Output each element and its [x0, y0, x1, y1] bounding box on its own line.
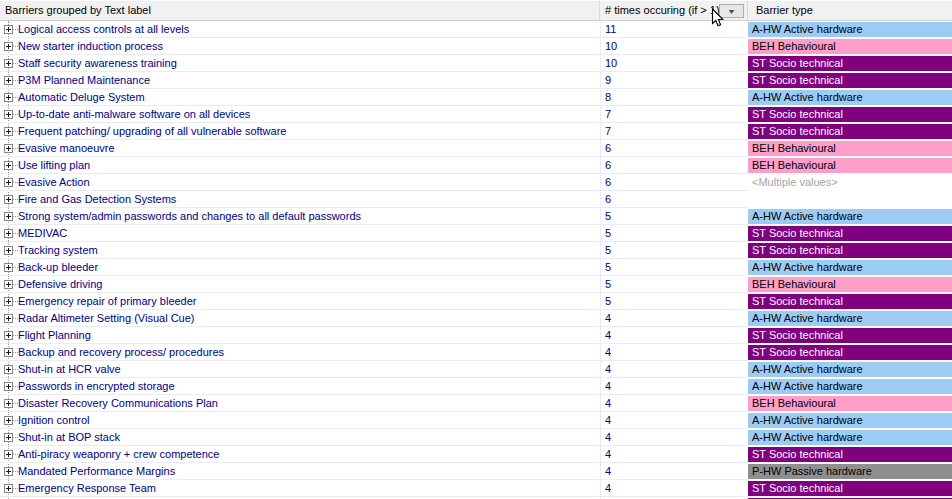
table-row[interactable]: Tracking system 5 ST Socio technical — [0, 242, 952, 259]
column-header-barriers[interactable]: Barriers grouped by Text label — [0, 1, 600, 20]
table-row[interactable]: Emergency Response Team 4 ST Socio techn… — [0, 480, 952, 497]
barrier-type-badge: A-HW Active hardware — [748, 311, 952, 326]
barrier-type-badge: ST Socio technical — [748, 73, 952, 88]
expand-plus-icon[interactable] — [4, 25, 13, 34]
table-row[interactable]: Backup and recovery process/ procedures … — [0, 344, 952, 361]
table-row[interactable]: Radar Altimeter Setting (Visual Cue) 4 A… — [0, 310, 952, 327]
expand-plus-icon[interactable] — [4, 178, 13, 187]
table-row[interactable]: Use lifting plan 6 BEH Behavioural — [0, 157, 952, 174]
expand-plus-icon[interactable] — [4, 195, 13, 204]
barrier-type-badge: BEH Behavioural — [748, 277, 952, 292]
table-row[interactable]: Fire and Gas Detection Systems 6 — [0, 191, 952, 208]
expand-plus-icon[interactable] — [4, 399, 13, 408]
table-row[interactable]: Staff security awareness training 10 ST … — [0, 55, 952, 72]
expand-plus-icon[interactable] — [4, 365, 13, 374]
barrier-cell: Mandated Performance Margins — [0, 463, 600, 480]
type-cell: ST Socio technical — [748, 344, 952, 361]
type-cell: A-HW Active hardware — [748, 412, 952, 429]
expand-plus-icon[interactable] — [4, 144, 13, 153]
expand-plus-icon[interactable] — [4, 450, 13, 459]
expand-plus-icon[interactable] — [4, 348, 13, 357]
table-row[interactable]: Defensive driving 5 BEH Behavioural — [0, 276, 952, 293]
expand-plus-icon[interactable] — [4, 246, 13, 255]
row-count: 5 — [605, 210, 611, 222]
barrier-cell: Strong system/admin passwords and change… — [0, 208, 600, 225]
type-cell: BEH Behavioural — [748, 140, 952, 157]
column-header-count[interactable]: # times occuring (if > 1) ▼ — [600, 1, 748, 20]
table-row[interactable]: Back-up bleeder 5 A-HW Active hardware — [0, 259, 952, 276]
barrier-cell: Evasive manoeuvre — [0, 140, 600, 157]
row-count: 4 — [605, 431, 611, 443]
expand-plus-icon[interactable] — [4, 161, 13, 170]
expand-plus-icon[interactable] — [4, 212, 13, 221]
expand-plus-icon[interactable] — [4, 382, 13, 391]
expand-plus-icon[interactable] — [4, 297, 13, 306]
expand-plus-icon[interactable] — [4, 467, 13, 476]
row-count: 8 — [605, 91, 611, 103]
expand-plus-icon[interactable] — [4, 110, 13, 119]
barrier-type-badge: A-HW Active hardware — [748, 209, 952, 224]
count-cell: 4 — [600, 395, 748, 412]
row-label: Emergency Response Team — [18, 480, 156, 496]
barrier-grouped-table: Barriers grouped by Text label # times o… — [0, 0, 952, 499]
count-cell: 6 — [600, 191, 748, 208]
table-row[interactable]: Automatic Deluge System 8 A-HW Active ha… — [0, 89, 952, 106]
count-cell: 8 — [600, 89, 748, 106]
expand-plus-icon[interactable] — [4, 263, 13, 272]
table-row[interactable]: Passwords in encrypted storage 4 A-HW Ac… — [0, 378, 952, 395]
table-row[interactable]: Up-to-date anti-malware software on all … — [0, 106, 952, 123]
row-label: Disaster Recovery Communications Plan — [18, 395, 218, 411]
expand-plus-icon[interactable] — [4, 280, 13, 289]
table-row[interactable]: Disaster Recovery Communications Plan 4 … — [0, 395, 952, 412]
table-row[interactable]: Shut-in at BOP stack 4 A-HW Active hardw… — [0, 429, 952, 446]
table-row[interactable]: Mandated Performance Margins 4 P-HW Pass… — [0, 463, 952, 480]
row-count: 5 — [605, 227, 611, 239]
type-cell: ST Socio technical — [748, 293, 952, 310]
expand-plus-icon[interactable] — [4, 93, 13, 102]
row-count: 10 — [605, 57, 617, 69]
expand-plus-icon[interactable] — [4, 42, 13, 51]
row-count: 4 — [605, 329, 611, 341]
barrier-cell: Shut-in at BOP stack — [0, 429, 600, 446]
table-row[interactable]: Frequent patching/ upgrading of all vuln… — [0, 123, 952, 140]
table-row[interactable]: Shut-in at HCR valve 4 A-HW Active hardw… — [0, 361, 952, 378]
row-label: Anti-piracy weaponry + crew competence — [18, 446, 219, 462]
table-row[interactable]: Logical access controls at all levels 11… — [0, 21, 952, 38]
column-header-barrier-type[interactable]: Barrier type — [748, 1, 952, 20]
expand-plus-icon[interactable] — [4, 416, 13, 425]
barrier-cell: Use lifting plan — [0, 157, 600, 174]
count-cell: 5 — [600, 276, 748, 293]
expand-plus-icon[interactable] — [4, 229, 13, 238]
barrier-type-badge: ST Socio technical — [748, 345, 952, 360]
table-row[interactable]: Emergency repair of primary bleeder 5 ST… — [0, 293, 952, 310]
barrier-type-badge: ST Socio technical — [748, 56, 952, 71]
count-cell: 10 — [600, 38, 748, 55]
barrier-cell: Logical access controls at all levels — [0, 21, 600, 38]
expand-plus-icon[interactable] — [4, 314, 13, 323]
expand-plus-icon[interactable] — [4, 484, 13, 493]
row-count: 10 — [605, 40, 617, 52]
table-row[interactable]: Evasive Action 6 <Multiple values> — [0, 174, 952, 191]
table-row[interactable]: Ignition control 4 A-HW Active hardware — [0, 412, 952, 429]
count-cell: 4 — [600, 310, 748, 327]
barrier-type-badge: A-HW Active hardware — [748, 430, 952, 445]
table-row[interactable]: New starter induction process 10 BEH Beh… — [0, 38, 952, 55]
row-count: 4 — [605, 397, 611, 409]
table-row[interactable]: P3M Planned Maintenance 9 ST Socio techn… — [0, 72, 952, 89]
expand-plus-icon[interactable] — [4, 59, 13, 68]
barrier-type-badge: BEH Behavioural — [748, 396, 952, 411]
expand-plus-icon[interactable] — [4, 433, 13, 442]
expand-plus-icon[interactable] — [4, 76, 13, 85]
barrier-type-badge: ST Socio technical — [748, 328, 952, 343]
count-cell: 4 — [600, 463, 748, 480]
table-row[interactable]: MEDIVAC 5 ST Socio technical — [0, 225, 952, 242]
table-row[interactable]: Anti-piracy weaponry + crew competence 4… — [0, 446, 952, 463]
table-row[interactable]: Flight Planning 4 ST Socio technical — [0, 327, 952, 344]
expand-plus-icon[interactable] — [4, 127, 13, 136]
row-count: 4 — [605, 380, 611, 392]
row-count: 5 — [605, 244, 611, 256]
expand-plus-icon[interactable] — [4, 331, 13, 340]
table-row[interactable]: Evasive manoeuvre 6 BEH Behavioural — [0, 140, 952, 157]
row-label: Up-to-date anti-malware software on all … — [18, 106, 250, 122]
table-row[interactable]: Strong system/admin passwords and change… — [0, 208, 952, 225]
